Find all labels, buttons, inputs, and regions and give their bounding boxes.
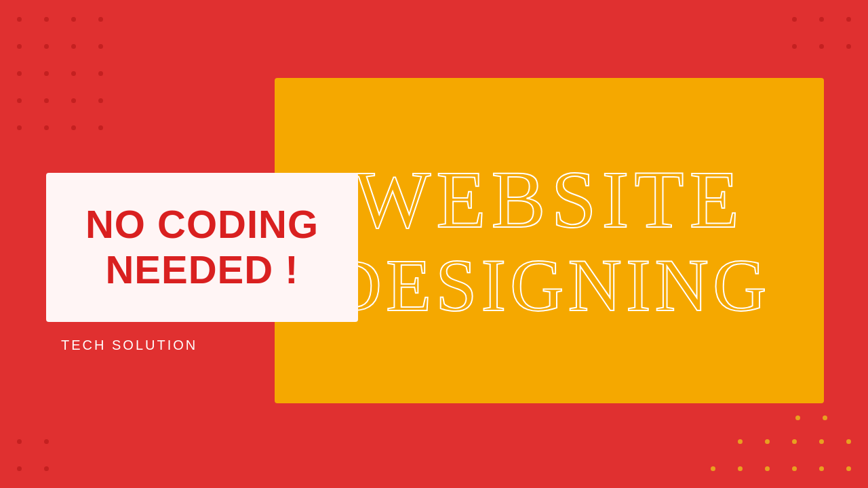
no-coding-card: NO CODING NEEDED ! bbox=[46, 173, 358, 322]
no-coding-text: NO CODING NEEDED ! bbox=[85, 202, 319, 292]
brand-name: TECH SOLUTION bbox=[61, 338, 197, 353]
website-title-line2: DESIGNING bbox=[328, 245, 771, 327]
website-title-line1: WEBSITE bbox=[354, 155, 745, 245]
